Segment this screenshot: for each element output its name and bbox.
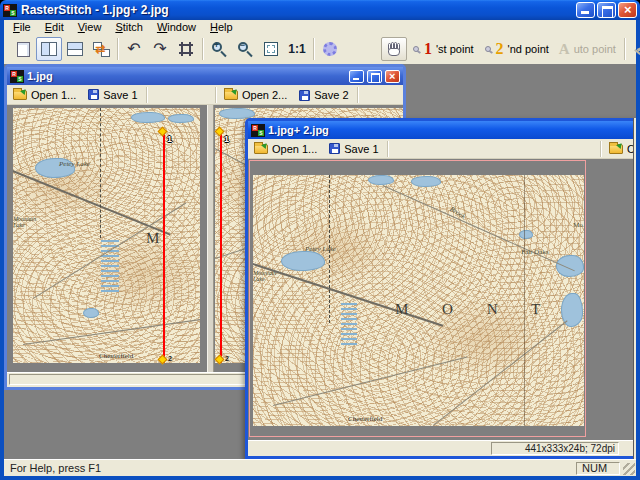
menu-file[interactable]: File <box>6 20 38 34</box>
rotate-right-icon <box>153 42 166 56</box>
main-statusbar: For Help, press F1 NUM <box>4 459 636 476</box>
menu-edit[interactable]: Edit <box>38 20 71 34</box>
maximize-button[interactable] <box>597 2 616 18</box>
front-open1-label: Open 1... <box>272 143 317 155</box>
rotate-left-button[interactable] <box>121 37 147 61</box>
first-point-marker-label: 1 <box>167 134 172 144</box>
fit-to-window-button[interactable] <box>258 37 284 61</box>
stitch-preview-frame: Brook Fair Oaks Mo Petey Lake Mountain L… <box>249 160 586 437</box>
chesterfield-label: Chesterfield <box>348 415 382 423</box>
back-close-button[interactable] <box>385 70 400 83</box>
mo-label: Mo <box>573 221 583 229</box>
open-folder-icon <box>254 144 268 154</box>
pane-splitter[interactable] <box>207 105 214 372</box>
open2-label: Open 2... <box>242 89 287 101</box>
floppy-disk-icon <box>329 143 340 154</box>
first-point-label: 'st point <box>436 43 474 55</box>
stitch-line-2 <box>220 132 222 363</box>
floppy-disk-icon <box>299 90 310 101</box>
vertical-split-icon <box>41 42 57 56</box>
menu-view[interactable]: View <box>71 20 109 34</box>
actual-size-button[interactable]: 1:1 <box>284 37 310 61</box>
pin-icon <box>484 43 494 56</box>
front-window-statusbar: 441x333x24b; 72dpi <box>248 440 636 456</box>
menu-help[interactable]: Help <box>203 20 240 34</box>
main-titlebar[interactable]: RasterStitch - 1.jpg+ 2.jpg <box>0 0 640 20</box>
swap-icon <box>93 42 110 57</box>
hand-icon <box>386 41 402 57</box>
boundary-line <box>100 108 101 238</box>
stitch-seam-line <box>524 175 525 426</box>
zoom-in-button[interactable]: + <box>206 37 232 61</box>
open2-button[interactable]: Open 2... <box>218 85 293 105</box>
crop-button[interactable] <box>173 37 199 61</box>
pan-tool-button[interactable] <box>381 37 407 61</box>
stitch-line-1 <box>163 132 165 363</box>
open1-button[interactable]: Open 1... <box>7 85 82 105</box>
back-window-titlebar[interactable]: 1.jpg <box>7 67 403 85</box>
rotate-right-button[interactable] <box>147 37 173 61</box>
stitch-button[interactable]: Stitch! <box>628 37 640 61</box>
second-point-label: 'nd point <box>508 43 549 55</box>
image1-pane: Petey Lake Mountain Lake M Chesterfield … <box>7 105 207 372</box>
back-maximize-button[interactable] <box>367 70 382 83</box>
close-button[interactable] <box>618 2 637 18</box>
window-frame: File Edit View Stitch Window Help + − 1:… <box>0 20 640 480</box>
stitched-map[interactable]: Brook Fair Oaks Mo Petey Lake Mountain L… <box>253 175 584 426</box>
split-vertical-button[interactable] <box>36 37 62 61</box>
front-window-titlebar[interactable]: 1.jpg+ 2.jpg <box>248 121 636 139</box>
toolbar-separator <box>146 87 147 103</box>
map-letters-mont: M O N T <box>395 301 555 318</box>
back-minimize-button[interactable] <box>349 70 364 83</box>
menu-window[interactable]: Window <box>150 20 203 34</box>
open-folder-icon <box>224 90 238 100</box>
front-open1-button[interactable]: Open 1... <box>248 139 323 159</box>
window-controls <box>576 2 637 18</box>
toolbar-separator <box>117 38 118 60</box>
image1-map[interactable]: Petey Lake Mountain Lake M Chesterfield <box>13 108 200 363</box>
toolbar-separator <box>600 141 601 157</box>
lake-shape <box>131 112 165 123</box>
menu-stitch[interactable]: Stitch <box>108 20 150 34</box>
zoom-out-button[interactable]: − <box>232 37 258 61</box>
auto-point-button[interactable]: A uto point <box>554 37 621 61</box>
save2-button[interactable]: Save 2 <box>293 85 354 105</box>
resize-grip[interactable] <box>623 463 635 475</box>
save1-button[interactable]: Save 1 <box>82 85 143 105</box>
map-letter-m: M <box>146 230 174 247</box>
options-button[interactable] <box>317 37 343 61</box>
lake-shape <box>556 255 584 277</box>
front-toolbar-group2: Open 2... <box>598 139 636 159</box>
second-point-marker-label: 2 <box>225 355 229 362</box>
petey-lake-label: Petey Lake <box>59 160 90 168</box>
road-line <box>273 357 467 406</box>
first-point-button[interactable]: 1 'st point <box>407 37 479 61</box>
crop-icon <box>178 41 194 57</box>
document-icon <box>10 70 24 83</box>
minimize-button[interactable] <box>576 2 595 18</box>
lake-shape <box>83 308 99 318</box>
front-save1-button[interactable]: Save 1 <box>323 139 384 159</box>
second-point-button[interactable]: 2 'nd point <box>479 37 554 61</box>
save1-label: Save 1 <box>103 89 137 101</box>
second-point-number: 2 <box>496 40 504 58</box>
first-point-marker-label: 1 <box>224 134 229 144</box>
lake-shape <box>519 230 533 239</box>
new-document-button[interactable] <box>10 37 36 61</box>
swap-images-button[interactable] <box>88 37 114 61</box>
road-line <box>383 185 575 271</box>
toolbar-separator <box>215 87 216 103</box>
status-help-text: For Help, press F1 <box>4 462 576 474</box>
open1-label: Open 1... <box>31 89 76 101</box>
gear-icon <box>323 42 337 56</box>
auto-point-letter: A <box>559 41 570 58</box>
auto-point-label: uto point <box>574 43 616 55</box>
document-icon <box>251 124 265 137</box>
fit-window-icon <box>264 42 278 56</box>
zoom-in-icon: + <box>211 41 228 58</box>
front-open2-button[interactable]: Open 2... <box>603 139 636 159</box>
split-horizontal-button[interactable] <box>62 37 88 61</box>
petey-lake-label: Petey Lake <box>305 245 336 253</box>
lake-shape <box>368 175 394 185</box>
back-toolbar-group2: Open 2... Save 2 <box>213 85 360 105</box>
